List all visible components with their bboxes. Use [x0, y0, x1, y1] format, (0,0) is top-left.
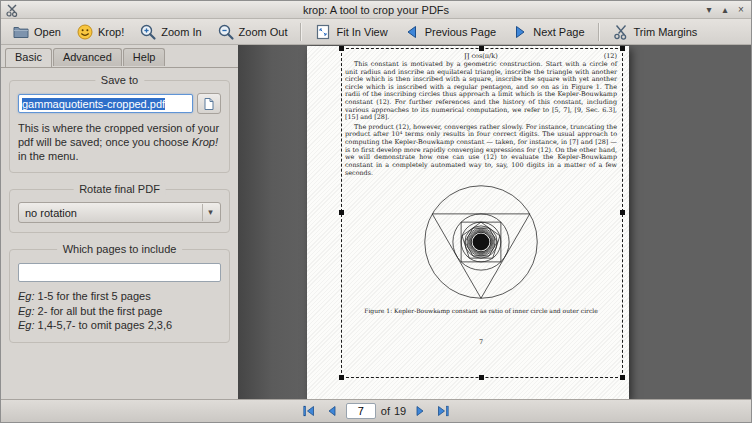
toolbar-button-label: Zoom Out — [239, 26, 288, 38]
krop-button[interactable]: Krop! — [70, 21, 130, 43]
window-title: krop: A tool to crop your PDFs — [1, 4, 751, 16]
pages-hint: Eg: 1,4-5,7- to omit pages 2,3,6 — [18, 318, 221, 333]
rotate-select[interactable]: no rotation ▾ — [18, 202, 221, 223]
pages-hint: Eg: 2- for all but the first page — [18, 304, 221, 319]
sidebar-tabbar: Basic Advanced Help — [1, 45, 238, 66]
save-to-filename: gammaquotients-cropped.pdf — [22, 98, 165, 110]
smiley-icon — [76, 23, 94, 41]
maximize-icon: ▴ — [722, 4, 727, 15]
zoom-out-button[interactable]: Zoom Out — [211, 21, 294, 43]
krop-app-icon — [5, 3, 19, 17]
zoom-out-icon — [217, 23, 235, 41]
pages-hint: Eg: 1-5 for the first 5 pages — [18, 289, 221, 304]
crop-handle-nw[interactable] — [339, 46, 344, 51]
toolbar-button-label: Fit In View — [336, 26, 387, 38]
next-page-icon — [412, 403, 428, 419]
maximize-button[interactable]: ▴ — [718, 3, 732, 17]
close-button[interactable]: × — [734, 3, 748, 17]
crop-handle-s[interactable] — [479, 375, 484, 380]
tab-advanced[interactable]: Advanced — [53, 48, 122, 66]
previous-page-icon — [324, 403, 340, 419]
last-page-button[interactable] — [434, 403, 452, 420]
last-page-icon — [435, 403, 451, 419]
minimize-icon: ▾ — [706, 4, 711, 15]
zoom-in-button[interactable]: Zoom In — [133, 21, 207, 43]
chevron-down-icon: ▾ — [202, 204, 218, 221]
trim-margins-button[interactable]: Trim Margins — [606, 21, 704, 43]
toolbar-separator — [598, 23, 599, 41]
first-page-button[interactable] — [300, 403, 318, 420]
save-to-description: This is where the cropped version of you… — [18, 121, 221, 163]
hint-text: 1,4-5,7- to omit pages 2,3,6 — [35, 319, 173, 331]
hint-prefix: Eg: — [18, 319, 35, 331]
open-button[interactable]: Open — [6, 21, 67, 43]
previous-page-nav-button[interactable] — [323, 403, 341, 420]
zoom-in-icon — [139, 23, 157, 41]
document-icon — [202, 97, 216, 111]
save-to-group: Save to gammaquotients-cropped.pdf This … — [9, 80, 230, 173]
tab-help[interactable]: Help — [123, 48, 166, 66]
toolbar-button-label: Next Page — [533, 26, 584, 38]
minimize-button[interactable]: ▾ — [702, 3, 716, 17]
sidebar: Basic Advanced Help Save to gammaquotien… — [1, 45, 238, 399]
pages-group-title: Which pages to include — [57, 243, 183, 255]
pages-hints: Eg: 1-5 for the first 5 pages Eg: 2- for… — [18, 289, 221, 334]
save-to-group-title: Save to — [95, 74, 144, 86]
main-area: Basic Advanced Help Save to gammaquotien… — [1, 45, 751, 399]
toolbar-button-label: Trim Margins — [634, 26, 698, 38]
choose-file-button[interactable] — [197, 93, 221, 114]
crop-handle-ne[interactable] — [620, 46, 625, 51]
rotate-group: Rotate final PDF no rotation ▾ — [9, 189, 230, 233]
save-to-description-text: in the menu. — [18, 150, 79, 162]
page-total-label: of 19 — [381, 405, 406, 417]
tab-basic[interactable]: Basic — [5, 48, 52, 67]
toolbar-button-label: Previous Page — [425, 26, 497, 38]
tab-panel-basic: Save to gammaquotients-cropped.pdf This … — [1, 67, 238, 399]
pdf-view: ∏ cos(π/k) (12) This constant is motivat… — [238, 45, 751, 399]
total-pages-text: 19 — [394, 405, 406, 417]
next-page-button[interactable]: Next Page — [505, 21, 590, 43]
crop-handle-e[interactable] — [620, 210, 625, 215]
hint-text: 1-5 for the first 5 pages — [35, 290, 151, 302]
hint-prefix: Eg: — [18, 305, 35, 317]
close-icon: × — [738, 4, 744, 15]
pdf-page[interactable]: ∏ cos(π/k) (12) This constant is motivat… — [307, 46, 629, 399]
save-to-description-emphasis: Krop! — [192, 136, 218, 148]
crop-handle-sw[interactable] — [339, 375, 344, 380]
first-page-icon — [301, 403, 317, 419]
previous-page-button[interactable]: Previous Page — [397, 21, 503, 43]
previous-page-icon — [403, 23, 421, 41]
hint-prefix: Eg: — [18, 290, 35, 302]
rotate-selected-value: no rotation — [25, 207, 77, 219]
save-to-input[interactable]: gammaquotients-cropped.pdf — [18, 94, 193, 113]
crop-handle-w[interactable] — [339, 210, 344, 215]
toolbar-button-label: Open — [34, 26, 61, 38]
pages-group: Which pages to include Eg: 1-5 for the f… — [9, 249, 230, 343]
crop-selection[interactable] — [341, 48, 623, 378]
crop-handle-n[interactable] — [479, 46, 484, 51]
fit-in-view-icon — [314, 23, 332, 41]
toolbar: Open Krop! Zoom In Zoom Out Fit In View — [1, 19, 751, 45]
rotate-group-title: Rotate final PDF — [73, 183, 166, 195]
titlebar[interactable]: krop: A tool to crop your PDFs ▾ ▴ × — [1, 1, 751, 19]
of-text: of — [381, 405, 390, 417]
page-navigation-bar: of 19 — [1, 399, 751, 422]
open-folder-icon — [12, 23, 30, 41]
page-number-input[interactable] — [346, 403, 376, 419]
crop-handle-se[interactable] — [620, 375, 625, 380]
save-to-description-text: This is where the cropped version of you… — [18, 122, 219, 148]
hint-text: 2- for all but the first page — [35, 305, 163, 317]
toolbar-separator — [300, 23, 301, 41]
toolbar-button-label: Zoom In — [161, 26, 201, 38]
next-page-nav-button[interactable] — [411, 403, 429, 420]
trim-margins-icon — [612, 23, 630, 41]
pages-input[interactable] — [18, 263, 221, 282]
app-window: krop: A tool to crop your PDFs ▾ ▴ × Ope… — [0, 0, 752, 423]
fit-in-view-button[interactable]: Fit In View — [308, 21, 393, 43]
next-page-icon — [511, 23, 529, 41]
toolbar-button-label: Krop! — [98, 26, 124, 38]
